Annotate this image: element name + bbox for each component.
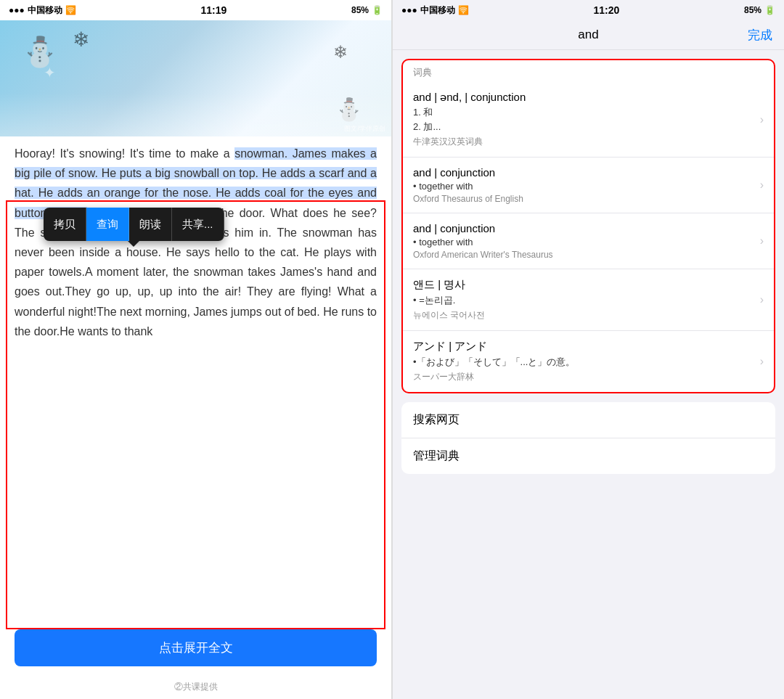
- dict-entry-5[interactable]: アンド | アンド •「および」「そして」「...と」の意。 スーパー大辞林 ›: [403, 331, 774, 392]
- dict-entry-1-def2: 2. 加...: [413, 120, 754, 134]
- carrier-name-left: 中国移动: [28, 4, 62, 17]
- dict-entry-3-def1: • together with: [413, 237, 754, 248]
- popup-arrow: [128, 241, 139, 247]
- manage-dict-button[interactable]: 管理词典: [401, 438, 775, 474]
- dict-entry-4-source: 뉴에이스 국어사전: [413, 309, 754, 322]
- status-left-carrier: ●●● 中国移动 🛜: [9, 4, 76, 17]
- bottom-note: ②共课提供: [0, 681, 391, 699]
- done-button[interactable]: 完成: [748, 27, 772, 44]
- dict-entry-2-content: and | conjunction • together with Oxford…: [413, 166, 754, 204]
- chevron-icon-4: ›: [760, 293, 764, 306]
- dict-entries-box: 词典 and | ənd, | conjunction 1. 和 2. 加...…: [401, 59, 775, 393]
- dict-entry-3[interactable]: and | conjunction • together with Oxford…: [403, 213, 774, 269]
- article-text: Hooray! It's snowing! It's time to make …: [15, 144, 377, 341]
- dict-entry-1-source: 牛津英汉汉英词典: [413, 136, 754, 148]
- copy-button[interactable]: 拷贝: [44, 208, 86, 241]
- dict-entry-2-source: Oxford Thesaurus of English: [413, 194, 754, 204]
- dict-entry-2-def1: • together with: [413, 181, 754, 192]
- chevron-icon-2: ›: [760, 179, 764, 192]
- right-panel: ●●● 中国移动 🛜 11:20 85% 🔋 and 完成 词典 and | ə…: [393, 0, 784, 699]
- dict-entry-5-content: アンド | アンド •「および」「そして」「...と」の意。 スーパー大辞林: [413, 340, 754, 383]
- dict-word-title: and: [578, 28, 598, 42]
- dict-entry-3-source: Oxford American Writer's Thesaurus: [413, 250, 754, 260]
- read-aloud-button[interactable]: 朗读: [129, 208, 172, 241]
- battery-pct-left: 85%: [351, 5, 369, 15]
- time-left: 11:19: [200, 4, 226, 16]
- time-right: 11:20: [593, 4, 619, 16]
- dict-header: and 完成: [393, 20, 784, 50]
- expand-button[interactable]: 点击展开全文: [15, 629, 377, 666]
- status-bar-right: ●●● 中国移动 🛜 11:20 85% 🔋: [393, 0, 784, 20]
- article-content: Hooray! It's snowing! It's time to make …: [0, 136, 391, 629]
- dict-entry-3-title: and | conjunction: [413, 222, 754, 234]
- dict-entry-1-title: and | ənd, | conjunction: [413, 91, 754, 104]
- battery-pct-right: 85%: [744, 5, 761, 15]
- dict-entry-1-def1: 1. 和: [413, 106, 754, 119]
- dict-entry-1[interactable]: and | ənd, | conjunction 1. 和 2. 加... 牛津…: [403, 82, 774, 158]
- chevron-icon-1: ›: [760, 113, 764, 126]
- article-text-normal: Hooray! It's snowing! It's time to make …: [15, 147, 234, 160]
- carrier-name-right: 中国移动: [420, 4, 455, 17]
- dict-entry-5-source: スーパー大辞林: [413, 371, 754, 383]
- lookup-button[interactable]: 查询: [86, 208, 129, 241]
- action-group: 搜索网页 管理词典: [401, 402, 775, 474]
- wifi-icon-left: 🛜: [65, 5, 76, 15]
- dict-entry-4-title: 앤드 | 명사: [413, 278, 754, 292]
- dict-entry-5-title: アンド | アンド: [413, 340, 754, 353]
- status-right-carrier: ●●● 中国移动 🛜: [401, 4, 469, 17]
- battery-left: 85% 🔋: [351, 5, 383, 15]
- status-bar-left: ●●● 中国移动 🛜 11:19 85% 🔋: [0, 0, 391, 20]
- left-panel: ●●● 中国移动 🛜 11:19 85% 🔋 ⛄ ❄ ❄ ✦ ⛄ 图文/学伴原创…: [0, 0, 391, 699]
- image-caption: 图文/学伴原创: [344, 124, 385, 134]
- signal-icon-right: ●●●: [401, 5, 417, 15]
- dict-entry-4-def1: • =논리곱.: [413, 294, 754, 307]
- search-web-button[interactable]: 搜索网页: [401, 402, 775, 438]
- dict-entry-1-content: and | ənd, | conjunction 1. 和 2. 加... 牛津…: [413, 91, 754, 148]
- dict-entry-5-def1: •「および」「そして」「...と」の意。: [413, 356, 754, 369]
- dict-body[interactable]: 词典 and | ənd, | conjunction 1. 和 2. 加...…: [393, 50, 784, 699]
- dict-entry-4[interactable]: 앤드 | 명사 • =논리곱. 뉴에이스 국어사전 ›: [403, 269, 774, 331]
- dict-entry-2-title: and | conjunction: [413, 166, 754, 179]
- dict-entry-4-content: 앤드 | 명사 • =논리곱. 뉴에이스 국어사전: [413, 278, 754, 322]
- signal-icon: ●●●: [9, 5, 25, 15]
- chevron-icon-5: ›: [760, 355, 764, 368]
- chevron-icon-3: ›: [760, 234, 764, 248]
- text-selection-popup: 拷贝 查询 朗读 共享...: [44, 208, 224, 241]
- wifi-icon-right: 🛜: [458, 5, 469, 15]
- dict-entry-2[interactable]: and | conjunction • together with Oxford…: [403, 158, 774, 213]
- battery-icon-left: 🔋: [372, 5, 383, 15]
- dict-entry-3-content: and | conjunction • together with Oxford…: [413, 222, 754, 260]
- battery-right: 85% 🔋: [744, 5, 775, 15]
- battery-icon-right: 🔋: [764, 5, 775, 15]
- dict-section-label: 词典: [403, 60, 774, 82]
- share-button[interactable]: 共享...: [172, 208, 224, 241]
- hero-image: ⛄ ❄ ❄ ✦ ⛄ 图文/学伴原创: [0, 20, 391, 136]
